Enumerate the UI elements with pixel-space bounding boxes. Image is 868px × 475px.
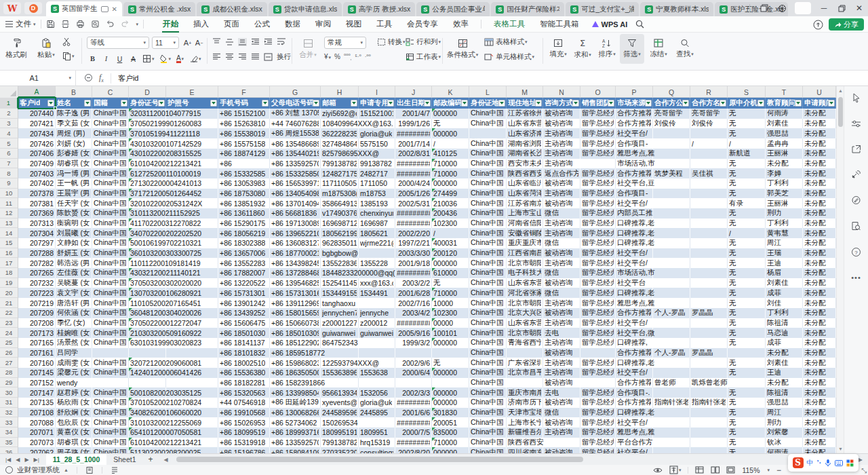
cell-J23[interactable]: #########	[395, 318, 432, 328]
cell-J15[interactable]: 1997/2/21	[395, 238, 432, 248]
cell-U21[interactable]: 未分配	[803, 298, 836, 308]
cell-A21[interactable]: 207219	[18, 298, 56, 308]
cell-C27[interactable]: China中国	[92, 358, 129, 368]
cell-F6[interactable]: +86 18874129	[218, 149, 270, 159]
cell-Q31[interactable]: 指南针张老	[653, 398, 690, 408]
filter-dropdown-icon[interactable]	[461, 100, 468, 107]
cell-H11[interactable]: 358664913	[321, 198, 359, 208]
row-number[interactable]: 12	[0, 208, 18, 218]
file-tab[interactable]: S可过_支付宝+_滴滴	[566, 2, 639, 16]
cell-P7[interactable]: 市场活动,市	[616, 159, 653, 169]
cell-J31[interactable]: #########	[395, 398, 432, 408]
cell-I28[interactable]: 1553638	[359, 368, 395, 378]
cell-R35[interactable]	[690, 438, 728, 448]
cell-M25[interactable]: 青海省西宁	[507, 338, 543, 348]
cell-S21[interactable]: 无	[728, 298, 766, 308]
cell-P32[interactable]: 口碑推荐,老	[616, 408, 653, 418]
cell-G5[interactable]: +86 1354866895	[270, 138, 321, 149]
cell-L33[interactable]: China中国	[469, 417, 507, 428]
cell-D8[interactable]: 612725200110100019	[129, 168, 166, 178]
cell-P6[interactable]: 雅思考点,雅	[616, 149, 653, 159]
column-header-I[interactable]: I	[359, 86, 395, 98]
cell-B29[interactable]: wendy	[56, 378, 92, 388]
cell-K7[interactable]: 710000	[432, 159, 469, 169]
cell-D34[interactable]: 654101200007050581	[129, 428, 166, 438]
menu-公式[interactable]: 公式	[247, 16, 277, 33]
cell-R13[interactable]	[690, 218, 728, 229]
cell-Q1[interactable]: 合作方公	[653, 98, 690, 109]
cell-I35[interactable]: hrq15319	[359, 438, 395, 448]
row-number[interactable]: 20	[0, 288, 18, 298]
cell-F18[interactable]: +86 17882007	[218, 268, 270, 278]
cell-K35[interactable]: 710000	[432, 438, 469, 448]
cell-T31[interactable]: 强思喆	[766, 398, 803, 408]
cell-L28[interactable]: China中国	[469, 368, 507, 378]
cell-Q9[interactable]	[653, 178, 690, 189]
cell-L3[interactable]: China中国	[469, 119, 507, 129]
cell-K26[interactable]	[432, 348, 469, 358]
cell-C12[interactable]: China中国	[92, 208, 129, 218]
menu-工具[interactable]: 工具	[369, 16, 399, 33]
cell-P9[interactable]: 社交平台,豆	[616, 178, 653, 189]
cell-I15[interactable]: wjrme221@	[359, 238, 395, 248]
cell-L8[interactable]: China中国	[469, 168, 507, 178]
cell-A36[interactable]: 207062	[18, 447, 56, 453]
cell-O30[interactable]: 留学总经办	[580, 387, 616, 398]
skin-settings-icon[interactable]	[773, 0, 791, 16]
cell-O5[interactable]: 留学总经办	[580, 138, 616, 149]
cell-B15[interactable]: 文静如 (女	[56, 238, 92, 248]
row-number[interactable]: 10	[0, 189, 18, 199]
cell-D28[interactable]: 142401200006041426	[129, 368, 166, 378]
cell-J6[interactable]: 2002/8/31	[395, 149, 432, 159]
cell-U3[interactable]: 未分配	[803, 119, 836, 129]
cell-D35[interactable]: 610104200212213421	[129, 438, 166, 448]
cell-G2[interactable]: +86 刘慧 137052	[270, 109, 321, 119]
cell-K25[interactable]: 000000	[432, 338, 469, 348]
cell-L4[interactable]	[469, 128, 507, 138]
filter-dropdown-icon[interactable]	[158, 100, 165, 107]
cell-T17[interactable]: 王迪	[766, 258, 803, 268]
cell-C1[interactable]: 国籍	[92, 98, 129, 109]
cell-H5[interactable]: 3274848641	[321, 138, 359, 149]
redo-icon[interactable]	[121, 20, 130, 28]
cell-K22[interactable]: 102300	[432, 308, 469, 318]
ime-lang-icon[interactable]: 中	[807, 458, 814, 468]
cell-N32[interactable]: 微信	[543, 408, 580, 418]
cell-A5[interactable]: 207426	[18, 138, 56, 149]
cell-L5[interactable]: China中国	[469, 138, 507, 149]
cell-I29[interactable]	[359, 378, 395, 388]
cell-H18[interactable]: 18448233200000@qq(	[321, 268, 359, 278]
column-header-L[interactable]: L	[469, 86, 507, 98]
cell-A26[interactable]: 207161	[18, 348, 56, 358]
cell-O2[interactable]: 留学总经办	[580, 109, 616, 119]
cell-M36[interactable]: 四川省南充	[507, 447, 543, 453]
filter-dropdown-icon[interactable]	[121, 100, 127, 107]
cell-B35[interactable]: 胡睿琪 (女	[56, 438, 92, 448]
cell-M21[interactable]: 北京市朝阳	[507, 298, 543, 308]
cell-B4[interactable]: 周煜 (男)	[56, 128, 92, 138]
cell-T11[interactable]: 王丽淋	[766, 198, 803, 208]
italic-button[interactable]: I	[100, 53, 112, 64]
add-sheet-button[interactable]: +	[149, 455, 153, 464]
cell-I17[interactable]: 1355228	[359, 258, 395, 268]
cell-P29[interactable]: 合作方推荐	[616, 378, 653, 388]
cell-Q30[interactable]	[653, 387, 690, 398]
cell-U6[interactable]: 未分配	[803, 149, 836, 159]
cell-T22[interactable]: 丁利利	[766, 308, 803, 318]
column-header-K[interactable]: K	[432, 86, 469, 98]
cell-B33[interactable]: 包欣辰 (女	[56, 417, 92, 428]
cell-B28[interactable]: 梁馨元 (女	[56, 368, 92, 378]
cell-A33[interactable]: 207088	[18, 417, 56, 428]
cell-P15[interactable]: 口碑推荐,老	[616, 238, 653, 248]
cell-F7[interactable]: +86	[218, 159, 270, 169]
currency-button[interactable]: ¥▾	[324, 53, 331, 60]
lang-indicator[interactable]: ▾	[669, 466, 682, 474]
cell-O16[interactable]: 留学总经办	[580, 248, 616, 259]
cell-I16[interactable]	[359, 248, 395, 259]
cell-T20[interactable]: 成菲	[766, 288, 803, 298]
cell-N14[interactable]: 主动咨询	[543, 228, 580, 238]
cell-F36[interactable]: +86 15196786	[218, 447, 270, 453]
fill-color-button[interactable]: ▾	[158, 53, 173, 64]
cell-O17[interactable]: 留学总经办	[580, 258, 616, 268]
cell-O14[interactable]: 留学总经办	[580, 228, 616, 238]
